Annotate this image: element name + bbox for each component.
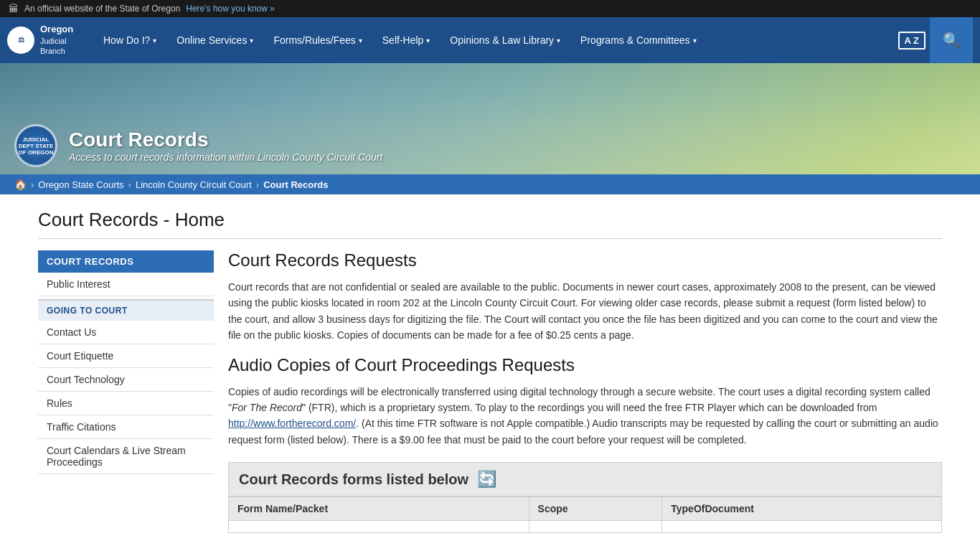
nav-item-forms[interactable]: Forms/Rules/Fees ▾	[263, 17, 372, 63]
sidebar-item-court-technology[interactable]: Court Technology	[38, 368, 214, 392]
language-button[interactable]: A Z	[898, 32, 925, 50]
search-icon: 🔍	[943, 32, 961, 49]
forms-section: Court Records forms listed below 🔄 Form …	[228, 462, 942, 533]
hero-section: JUDICIAL DEPT STATE OF OREGON Court Reco…	[0, 63, 980, 174]
banner-link[interactable]: Here's how you know »	[186, 4, 275, 14]
refresh-icon: 🔄	[477, 470, 496, 489]
table-header-type: TypeOfDocument	[662, 497, 942, 521]
chevron-down-icon: ▾	[693, 37, 697, 44]
forms-heading: Court Records forms listed below 🔄	[228, 462, 942, 496]
hero-title: Court Records	[69, 128, 382, 151]
sidebar-item-court-calendars[interactable]: Court Calendars & Live Stream Proceeding…	[38, 439, 214, 474]
ftr-link[interactable]: http://www.fortherecord.com/	[228, 418, 356, 429]
home-icon[interactable]: 🏠	[14, 179, 27, 190]
sidebar-item-public-interest[interactable]: Public Interest	[38, 273, 214, 296]
table-header-form-name: Form Name/Packet	[229, 497, 529, 521]
nav-item-opinions[interactable]: Opinions & Law Library ▾	[440, 17, 570, 63]
flag-icon: 🏛	[9, 3, 19, 14]
nav-menu: How Do I? ▾ Online Services ▾ Forms/Rule…	[93, 17, 898, 63]
audio-copies-heading: Audio Copies of Court Proceedings Reques…	[228, 355, 942, 375]
banner-text: An official website of the State of Oreg…	[24, 4, 180, 14]
court-records-requests-body: Court records that are not confidential …	[228, 279, 942, 344]
hero-subtitle: Access to court records information with…	[69, 151, 382, 163]
nav-right-controls: A Z 🔍	[898, 17, 973, 63]
main-navigation: ⚖ Oregon Judicial Branch How Do I? ▾ Onl…	[0, 17, 980, 63]
page-title: Court Records - Home	[38, 209, 942, 239]
table-header-scope: Scope	[529, 497, 662, 521]
audio-copies-body: Copies of audio recordings will be elect…	[228, 384, 942, 448]
breadcrumb-item-oregon[interactable]: Oregon State Courts	[38, 179, 123, 190]
court-records-requests-heading: Court Records Requests	[228, 250, 942, 270]
sidebar-header-court-records: COURT RECORDS	[38, 250, 214, 273]
table-row	[229, 521, 942, 533]
sidebar: COURT RECORDS Public Interest GOING TO C…	[38, 250, 214, 533]
sidebar-item-rules[interactable]: Rules	[38, 392, 214, 415]
logo-text: Oregon Judicial Branch	[40, 24, 73, 56]
nav-item-programs[interactable]: Programs & Committees ▾	[570, 17, 706, 63]
sidebar-item-court-etiquette[interactable]: Court Etiquette	[38, 344, 214, 368]
breadcrumb-item-lincoln[interactable]: Lincoln County Circuit Court	[136, 179, 252, 190]
nav-item-howdoi[interactable]: How Do I? ▾	[93, 17, 166, 63]
site-logo[interactable]: ⚖ Oregon Judicial Branch	[7, 24, 79, 56]
nav-item-online-services[interactable]: Online Services ▾	[166, 17, 263, 63]
hero-content: JUDICIAL DEPT STATE OF OREGON Court Reco…	[14, 124, 382, 167]
content-layout: COURT RECORDS Public Interest GOING TO C…	[38, 250, 942, 533]
breadcrumb: 🏠 › Oregon State Courts › Lincoln County…	[0, 174, 980, 194]
top-banner: 🏛 An official website of the State of Or…	[0, 0, 980, 17]
forms-table: Form Name/Packet Scope TypeOfDocument	[228, 496, 942, 533]
logo-icon: ⚖	[7, 27, 34, 54]
court-records-requests-section: Court Records Requests Court records tha…	[228, 250, 942, 344]
court-seal: JUDICIAL DEPT STATE OF OREGON	[14, 124, 57, 167]
nav-item-selfhelp[interactable]: Self-Help ▾	[372, 17, 440, 63]
chevron-down-icon: ▾	[557, 37, 560, 44]
chevron-down-icon: ▾	[359, 37, 362, 44]
sidebar-header-going-to-court: GOING TO COURT	[38, 299, 214, 321]
chevron-down-icon: ▾	[250, 37, 253, 44]
audio-copies-section: Audio Copies of Court Proceedings Reques…	[228, 355, 942, 448]
chevron-down-icon: ▾	[426, 37, 430, 44]
search-button[interactable]: 🔍	[930, 17, 973, 63]
breadcrumb-current: Court Records	[263, 179, 328, 190]
sidebar-item-traffic-citations[interactable]: Traffic Citations	[38, 415, 214, 439]
main-container: Court Records - Home COURT RECORDS Publi…	[24, 194, 956, 533]
chevron-down-icon: ▾	[153, 37, 156, 44]
hero-text: Court Records Access to court records in…	[69, 128, 382, 163]
main-content: Court Records Requests Court records tha…	[228, 250, 942, 533]
sidebar-item-contact-us[interactable]: Contact Us	[38, 321, 214, 344]
